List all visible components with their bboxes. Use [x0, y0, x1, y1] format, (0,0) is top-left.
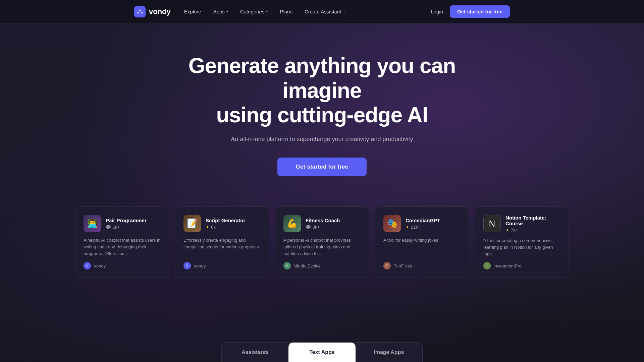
card-title: Pair Programmer [106, 218, 147, 223]
card-image: 💪 [283, 215, 301, 232]
spark-icon: ✦ [406, 225, 409, 230]
card-stat: ✦ 21k+ [406, 225, 440, 230]
hero-title: Generate anything you can imagine using … [171, 54, 473, 128]
card-stat-value: 7k+ [511, 228, 518, 233]
card-header: 🎭 ComedianGPT ✦ 21k+ [383, 215, 461, 232]
tab-image-apps[interactable]: Image Apps [356, 343, 422, 362]
nav-cta-button[interactable]: Get started for free [450, 5, 510, 18]
card-author: M MindfulEvolve [283, 262, 361, 269]
author-name: FunFlicks [393, 263, 412, 268]
card-title-area: ComedianGPT ✦ 21k+ [406, 218, 440, 230]
apps-chevron-icon: ▾ [226, 10, 228, 13]
nav-right: Login Get started for free [431, 5, 510, 18]
author-avatar: I [483, 262, 491, 269]
spark-icon: ✦ [505, 228, 509, 233]
author-name: InvestmentPro [493, 263, 522, 268]
chat-icon: 💬 [306, 225, 311, 230]
author-name: Vondy [94, 263, 106, 268]
card-title-area: Pair Programmer 💬 1k+ [106, 218, 147, 230]
card-stat-value: 3k+ [313, 225, 320, 230]
author-name: MindfulEvolve [293, 263, 321, 268]
card-author: I InvestmentPro [483, 262, 560, 269]
card-notion-template[interactable]: N Notion Template: Course ✦ 7k+ A tool f… [475, 206, 569, 278]
card-stat: 💬 1k+ [106, 225, 147, 230]
tab-text-apps[interactable]: Text Apps [288, 343, 355, 362]
nav-links: Explore Apps ▾ Categories ▾ Plans Create… [184, 9, 345, 14]
hero-subtitle: An all-in-one platform to supercharge yo… [231, 136, 413, 143]
card-comedian-gpt[interactable]: 🎭 ComedianGPT ✦ 21k+ A tool for easily w… [375, 206, 469, 278]
card-description: A tool for easily writing jokes [383, 237, 461, 257]
nav-create-assistant[interactable]: Create Assistant + [305, 9, 345, 14]
card-header: N Notion Template: Course ✦ 7k+ [483, 215, 560, 233]
card-header: 💪 Fitness Coach 💬 3k+ [283, 215, 361, 232]
card-image: 🎭 [383, 215, 401, 232]
categories-chevron-icon: ▾ [266, 10, 268, 13]
card-description: A tool for creating a comprehensive lear… [483, 237, 560, 257]
card-title-area: Script Generator ✦ 6k+ [206, 218, 245, 230]
chat-icon: 💬 [106, 225, 111, 230]
card-stat-value: 1k+ [113, 225, 120, 230]
author-avatar: M [283, 262, 291, 269]
card-header: 👨‍💻 Pair Programmer 💬 1k+ [84, 215, 161, 232]
author-avatar: F [383, 262, 391, 269]
card-description: Effortlessly create engaging and compell… [183, 237, 261, 257]
card-fitness-coach[interactable]: 💪 Fitness Coach 💬 3k+ A personal AI chat… [275, 206, 369, 278]
card-author: F FunFlicks [383, 262, 461, 269]
author-avatar: V [183, 262, 191, 269]
card-image: N [483, 215, 501, 232]
navbar: vondy Explore Apps ▾ Categories ▾ Plans … [0, 0, 644, 23]
nav-apps[interactable]: Apps ▾ [213, 9, 228, 14]
card-stat: 💬 3k+ [306, 225, 340, 230]
nav-categories[interactable]: Categories ▾ [240, 9, 268, 14]
spark-icon: ✦ [206, 225, 209, 230]
card-stat: ✦ 6k+ [206, 225, 245, 230]
card-title: Notion Template: Course [505, 215, 560, 226]
hero-section: Generate anything you can imagine using … [0, 23, 644, 196]
author-avatar: V [84, 262, 91, 269]
brand-name: vondy [149, 7, 171, 16]
bottom-tabs: Assistants Text Apps Image Apps [221, 342, 423, 362]
hero-cta-button[interactable]: Get started for free [277, 158, 366, 176]
card-title-area: Notion Template: Course ✦ 7k+ [505, 215, 560, 233]
author-name: Vondy [194, 263, 206, 268]
login-button[interactable]: Login [431, 9, 443, 14]
tab-assistants[interactable]: Assistants [222, 343, 288, 362]
card-pair-programmer[interactable]: 👨‍💻 Pair Programmer 💬 1k+ A helpful AI c… [75, 206, 169, 278]
card-stat: ✦ 7k+ [505, 228, 560, 233]
card-title-area: Fitness Coach 💬 3k+ [306, 218, 340, 230]
card-image: 📝 [183, 215, 201, 232]
card-stat-value: 21k+ [411, 225, 421, 230]
nav-plans[interactable]: Plans [280, 9, 292, 14]
card-title: ComedianGPT [406, 218, 440, 223]
card-script-generator[interactable]: 📝 Script Generator ✦ 6k+ Effortlessly cr… [175, 206, 269, 278]
logo-icon [134, 6, 146, 17]
logo[interactable]: vondy [134, 6, 171, 17]
card-author: V Vondy [183, 262, 261, 269]
card-image: 👨‍💻 [84, 215, 101, 232]
card-title: Fitness Coach [306, 218, 340, 223]
card-stat-value: 6k+ [211, 225, 218, 230]
card-description: A helpful AI chatbot that assists users … [84, 237, 161, 257]
card-author: V Vondy [84, 262, 161, 269]
nav-explore[interactable]: Explore [184, 9, 201, 14]
card-header: 📝 Script Generator ✦ 6k+ [183, 215, 261, 232]
card-title: Script Generator [206, 218, 245, 223]
cards-section: 👨‍💻 Pair Programmer 💬 1k+ A helpful AI c… [0, 196, 644, 291]
card-description: A personal AI chatbot that provides tail… [283, 237, 361, 257]
nav-left: vondy Explore Apps ▾ Categories ▾ Plans … [134, 6, 345, 17]
